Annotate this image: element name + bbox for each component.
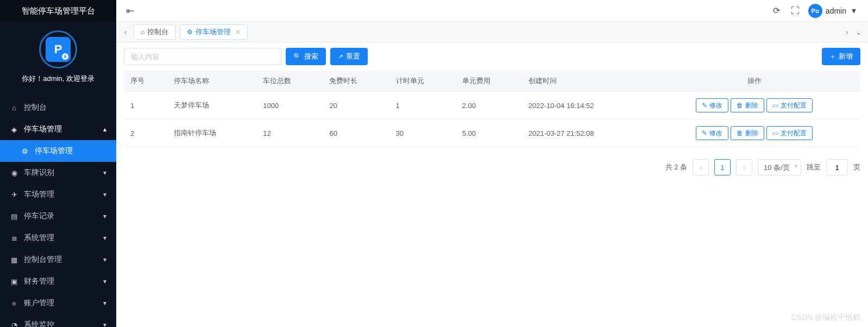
cell-free: 20 bbox=[323, 92, 389, 120]
tab-label: 控制台 bbox=[147, 27, 168, 37]
delete-button[interactable]: 🗑删除 bbox=[731, 126, 764, 140]
chevron-up-icon: ▴ bbox=[103, 125, 106, 133]
collapse-icon[interactable]: ⇤ bbox=[123, 5, 137, 17]
sidebar-item-0[interactable]: ⌂控制台 bbox=[0, 97, 116, 118]
watermark: CSDN @编程千纸鹤 bbox=[791, 313, 860, 323]
pager-size-select[interactable]: 10 条/页 bbox=[758, 159, 801, 175]
edit-button[interactable]: ✎修改 bbox=[696, 126, 728, 140]
search-input[interactable] bbox=[124, 48, 281, 65]
delete-button[interactable]: 🗑删除 bbox=[731, 98, 764, 112]
cell-actions: ✎修改🗑删除▭支付配置 bbox=[648, 92, 860, 120]
sidebar-item-6[interactable]: ▦控制台管理▾ bbox=[0, 249, 116, 271]
menu-label: 控制台 bbox=[24, 103, 47, 112]
table-row: 1天梦停车场10002012.002022-10-04 16:14:52✎修改🗑… bbox=[124, 92, 860, 120]
card-icon: ▭ bbox=[772, 102, 778, 109]
cell-unit: 30 bbox=[389, 120, 456, 147]
plus-icon: ＋ bbox=[829, 52, 836, 61]
tab-1[interactable]: ⚙停车场管理✕ bbox=[180, 24, 248, 40]
menu-icon: ≣ bbox=[10, 234, 18, 242]
pagination: 共 2 条 ‹ 1 › 10 条/页 跳至 页 bbox=[124, 159, 860, 175]
menu-icon: ✈ bbox=[10, 191, 18, 199]
menu-label: 停车场管理 bbox=[24, 124, 62, 134]
search-button-label: 搜索 bbox=[304, 52, 318, 61]
sidebar-item-9[interactable]: ◔系统监控▾ bbox=[0, 314, 116, 327]
logo-circle: P bbox=[39, 30, 77, 68]
search-icon: 🔍 bbox=[293, 53, 301, 60]
col-6: 创建时间 bbox=[522, 71, 649, 92]
menu-label: 车场管理 bbox=[24, 190, 54, 199]
pager-jump-prefix: 跳至 bbox=[807, 162, 821, 172]
col-1: 停车场名称 bbox=[167, 71, 256, 92]
pager-jump-input[interactable] bbox=[826, 159, 848, 175]
submenu-icon: ⚙ bbox=[21, 147, 29, 155]
chevron-down-icon: ▾ bbox=[103, 191, 106, 198]
cell-total: 1000 bbox=[256, 92, 323, 120]
sidebar-menu: ⌂控制台◈停车场管理▴⚙停车场管理◉车牌识别▾✈车场管理▾▤停车记录▾≣系统管理… bbox=[0, 97, 116, 327]
menu-label: 财务管理 bbox=[24, 276, 54, 286]
menu-label: 停车记录 bbox=[24, 211, 54, 221]
sidebar-subitem-1-0[interactable]: ⚙停车场管理 bbox=[0, 140, 116, 162]
cell-free: 60 bbox=[323, 120, 389, 147]
col-4: 计时单元 bbox=[389, 71, 456, 92]
chevron-down-icon: ▾ bbox=[103, 278, 106, 285]
user-dropdown-icon[interactable]: ▾ bbox=[846, 5, 861, 16]
delete-label: 删除 bbox=[745, 101, 758, 110]
toolbar: 🔍 搜索 ↗ 重置 ＋ 新增 bbox=[124, 48, 860, 65]
content: 🔍 搜索 ↗ 重置 ＋ 新增 序号停车场名称车位总数免费时长计时单元单元费用创建… bbox=[116, 42, 868, 327]
add-button[interactable]: ＋ 新增 bbox=[822, 48, 860, 65]
tabs-more-icon[interactable]: ⌄ bbox=[853, 24, 865, 40]
col-0: 序号 bbox=[124, 71, 167, 92]
pay-button[interactable]: ▭支付配置 bbox=[766, 98, 813, 112]
menu-icon: ▦ bbox=[10, 256, 18, 264]
cell-actions: ✎修改🗑删除▭支付配置 bbox=[648, 120, 860, 147]
tab-label: 停车场管理 bbox=[196, 27, 231, 37]
user-name: admin bbox=[826, 7, 846, 15]
sidebar-item-1[interactable]: ◈停车场管理▴ bbox=[0, 118, 116, 140]
edit-label: 修改 bbox=[709, 101, 722, 110]
sidebar-item-5[interactable]: ≣系统管理▾ bbox=[0, 227, 116, 249]
app-title: 智能停车场管理平台 bbox=[0, 0, 116, 22]
pay-label: 支付配置 bbox=[781, 129, 807, 138]
edit-label: 修改 bbox=[709, 129, 722, 138]
menu-label: 系统管理 bbox=[24, 233, 54, 243]
submenu-label: 停车场管理 bbox=[35, 146, 73, 156]
close-icon[interactable]: ✕ bbox=[235, 28, 241, 36]
sidebar-item-8[interactable]: ⍟账户管理▾ bbox=[0, 292, 116, 314]
main-area: ⇤ ⟳ ⛶ Po admin ▾ ‹ ⌂控制台⚙停车场管理✕ › ⌄ 🔍 搜索 … bbox=[116, 0, 868, 327]
tab-0[interactable]: ⌂控制台 bbox=[134, 24, 175, 40]
table-body: 1天梦停车场10002012.002022-10-04 16:14:52✎修改🗑… bbox=[124, 92, 860, 147]
reset-button[interactable]: ↗ 重置 bbox=[330, 48, 368, 65]
pay-label: 支付配置 bbox=[781, 101, 807, 110]
pager-prev-button[interactable]: ‹ bbox=[693, 159, 709, 175]
pager-page-1[interactable]: 1 bbox=[714, 159, 731, 175]
edit-button[interactable]: ✎修改 bbox=[696, 98, 728, 112]
tabs-prev-icon[interactable]: ‹ bbox=[119, 24, 131, 40]
welcome-text: 你好！admin, 欢迎登录 bbox=[22, 74, 95, 84]
menu-icon: ▤ bbox=[10, 212, 18, 221]
logo-icon: P bbox=[46, 37, 71, 62]
tab-icon: ⚙ bbox=[187, 28, 193, 36]
menu-label: 控制台管理 bbox=[24, 255, 62, 265]
menu-icon: ⌂ bbox=[10, 104, 18, 112]
fullscreen-icon[interactable]: ⛶ bbox=[785, 6, 805, 16]
cell-unit: 1 bbox=[389, 92, 456, 120]
pay-button[interactable]: ▭支付配置 bbox=[766, 126, 813, 140]
reset-icon: ↗ bbox=[338, 53, 343, 60]
menu-icon: ◈ bbox=[10, 125, 18, 134]
refresh-icon[interactable]: ⟳ bbox=[768, 5, 785, 16]
pager-next-button[interactable]: › bbox=[736, 159, 752, 175]
trash-icon: 🗑 bbox=[737, 129, 743, 137]
avatar[interactable]: Po bbox=[808, 4, 822, 18]
sidebar-item-7[interactable]: ▣财务管理▾ bbox=[0, 271, 116, 292]
col-7: 操作 bbox=[648, 71, 860, 92]
tabs-next-icon[interactable]: › bbox=[841, 24, 853, 40]
search-button[interactable]: 🔍 搜索 bbox=[286, 48, 326, 65]
sidebar-item-4[interactable]: ▤停车记录▾ bbox=[0, 205, 116, 227]
menu-label: 系统监控 bbox=[24, 320, 54, 327]
sidebar-item-3[interactable]: ✈车场管理▾ bbox=[0, 184, 116, 205]
topbar: ⇤ ⟳ ⛶ Po admin ▾ bbox=[116, 0, 868, 22]
cell-idx: 2 bbox=[124, 120, 167, 147]
cell-fee: 2.00 bbox=[456, 92, 522, 120]
sidebar-item-2[interactable]: ◉车牌识别▾ bbox=[0, 162, 116, 184]
menu-label: 车牌识别 bbox=[24, 168, 54, 178]
